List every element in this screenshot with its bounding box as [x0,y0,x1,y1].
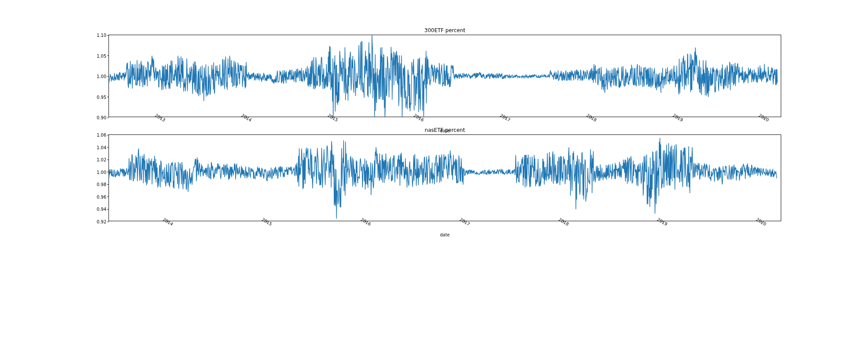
xlabel-1: date [440,232,450,237]
axes-nasetf: nasETF percent date 0.920.940.960.981.00… [108,134,781,221]
ytick-label: 0.98 [97,182,109,187]
ytick-label: 1.02 [97,157,109,162]
ytick-label: 0.96 [97,194,109,199]
line-plot-0 [109,35,782,118]
ytick-label: 0.95 [97,95,109,99]
ytick-label: 1.00 [97,170,109,174]
figure: 300ETF percent date 0.900.951.001.051.10… [0,0,868,347]
ytick-label: 0.90 [97,115,109,120]
chart-title-0: 300ETF percent [424,27,466,33]
ytick-label: 0.92 [97,219,109,224]
axes-300etf: 300ETF percent date 0.900.951.001.051.10… [108,35,781,117]
ytick-label: 1.04 [97,145,109,150]
ytick-label: 1.06 [97,133,109,137]
ytick-label: 0.94 [97,207,109,212]
ytick-label: 1.05 [97,53,109,58]
chart-title-1: nasETF percent [425,127,465,133]
line-plot-1 [109,135,782,222]
series-line [109,138,777,219]
ytick-label: 1.00 [97,74,109,79]
series-line [109,36,777,118]
ytick-label: 1.10 [97,33,109,38]
